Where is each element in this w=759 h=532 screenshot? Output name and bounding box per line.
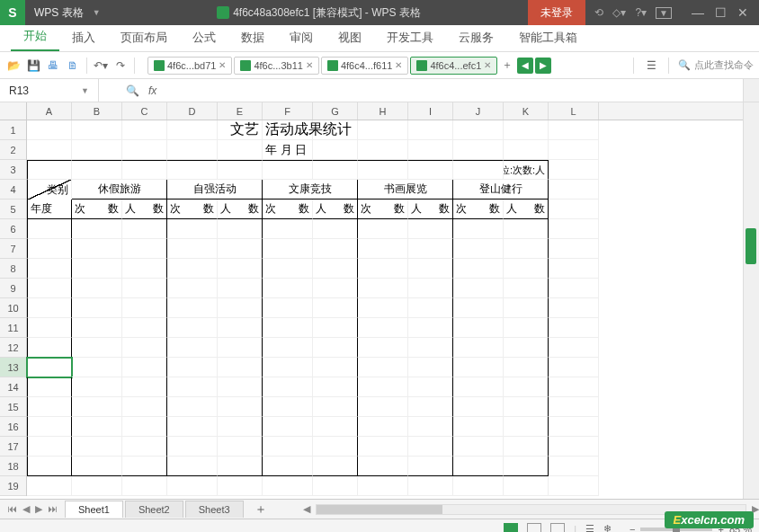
add-sheet-button[interactable]: ＋ bbox=[246, 501, 276, 518]
vertical-scrollbar[interactable] bbox=[743, 102, 759, 499]
cloud-icon[interactable]: ◇▾ bbox=[612, 6, 626, 19]
menu-review[interactable]: 审阅 bbox=[277, 24, 326, 51]
cell[interactable] bbox=[313, 219, 358, 239]
cell[interactable] bbox=[218, 239, 263, 259]
cell[interactable] bbox=[27, 397, 72, 417]
cell[interactable] bbox=[313, 120, 358, 140]
close-tab-icon[interactable]: ✕ bbox=[484, 60, 491, 70]
cell[interactable] bbox=[122, 457, 167, 476]
undo-icon[interactable]: ↶▾ bbox=[93, 58, 109, 74]
formula-expand[interactable] bbox=[743, 79, 759, 102]
scroll-thumb[interactable] bbox=[746, 228, 756, 264]
menu-cloud[interactable]: 云服务 bbox=[446, 24, 506, 51]
cell[interactable] bbox=[263, 239, 313, 259]
row-header-4[interactable]: 4 bbox=[0, 180, 26, 200]
cell[interactable] bbox=[358, 397, 408, 417]
close-tab-icon[interactable]: ✕ bbox=[306, 60, 313, 70]
cell[interactable]: 类别 bbox=[27, 180, 72, 200]
cell[interactable] bbox=[313, 476, 358, 496]
save-icon[interactable]: 💾 bbox=[25, 58, 41, 74]
cell[interactable] bbox=[504, 120, 549, 140]
cell[interactable] bbox=[358, 338, 408, 358]
cell[interactable] bbox=[408, 120, 453, 140]
cell[interactable] bbox=[263, 298, 313, 318]
row-header-11[interactable]: 11 bbox=[0, 318, 26, 338]
cell[interactable]: 书画展览 bbox=[358, 180, 453, 200]
select-all-corner[interactable] bbox=[0, 102, 27, 120]
cell[interactable] bbox=[313, 417, 358, 437]
close-tab-icon[interactable]: ✕ bbox=[219, 60, 226, 70]
cell[interactable]: 自强活动 bbox=[167, 180, 263, 200]
cell[interactable] bbox=[549, 120, 599, 140]
cell[interactable] bbox=[358, 259, 408, 279]
cell[interactable] bbox=[549, 358, 599, 377]
cell[interactable] bbox=[453, 219, 504, 239]
cell[interactable] bbox=[358, 358, 408, 377]
freeze-icon[interactable]: ❄ bbox=[603, 523, 612, 532]
cell[interactable] bbox=[218, 259, 263, 279]
cell[interactable] bbox=[453, 338, 504, 358]
cell[interactable] bbox=[167, 437, 218, 457]
cell[interactable] bbox=[263, 279, 313, 298]
cell[interactable] bbox=[122, 437, 167, 457]
settings-icon[interactable]: ☰ bbox=[643, 58, 659, 74]
cell[interactable]: 人数 bbox=[408, 200, 453, 219]
cell[interactable] bbox=[453, 397, 504, 417]
cell[interactable] bbox=[313, 437, 358, 457]
col-header-J[interactable]: J bbox=[453, 102, 504, 120]
cell[interactable] bbox=[504, 476, 549, 496]
cell[interactable] bbox=[358, 140, 408, 160]
cell[interactable] bbox=[167, 476, 218, 496]
fx-label[interactable]: fx bbox=[148, 84, 156, 97]
new-tab-icon[interactable]: ＋ bbox=[499, 58, 515, 74]
cell[interactable] bbox=[313, 239, 358, 259]
cell[interactable] bbox=[122, 219, 167, 239]
cell[interactable] bbox=[408, 140, 453, 160]
col-header-I[interactable]: I bbox=[408, 102, 453, 120]
row-header-8[interactable]: 8 bbox=[0, 259, 26, 279]
print-preview-icon[interactable]: 🗎 bbox=[65, 58, 81, 74]
col-header-D[interactable]: D bbox=[167, 102, 218, 120]
cell[interactable] bbox=[408, 298, 453, 318]
zoom-out-button[interactable]: − bbox=[630, 524, 635, 533]
app-menu-dropdown[interactable]: ▼ bbox=[93, 8, 110, 17]
cell[interactable] bbox=[453, 259, 504, 279]
cell[interactable] bbox=[122, 338, 167, 358]
row-header-7[interactable]: 7 bbox=[0, 239, 26, 259]
cell[interactable]: 单位:次数:人 bbox=[504, 160, 549, 180]
cell[interactable] bbox=[313, 397, 358, 417]
cell[interactable]: 休假旅游 bbox=[72, 180, 167, 200]
row-header-12[interactable]: 12 bbox=[0, 338, 26, 358]
doc-tab-0[interactable]: 4f6c...bd71✕ bbox=[147, 57, 232, 75]
close-tab-icon[interactable]: ✕ bbox=[395, 60, 402, 70]
cell[interactable] bbox=[72, 279, 122, 298]
cell[interactable] bbox=[549, 377, 599, 397]
sheet-tab-2[interactable]: Sheet2 bbox=[125, 501, 183, 518]
cell[interactable] bbox=[72, 239, 122, 259]
sheet-tab-1[interactable]: Sheet1 bbox=[65, 501, 123, 518]
cell[interactable] bbox=[408, 377, 453, 397]
cell[interactable] bbox=[72, 338, 122, 358]
cell[interactable] bbox=[167, 279, 218, 298]
cell[interactable] bbox=[313, 377, 358, 397]
cell[interactable] bbox=[549, 259, 599, 279]
cell[interactable] bbox=[72, 476, 122, 496]
cell[interactable] bbox=[72, 160, 122, 180]
cell[interactable] bbox=[358, 476, 408, 496]
cell[interactable] bbox=[263, 476, 313, 496]
cell[interactable] bbox=[549, 200, 599, 219]
cell[interactable] bbox=[504, 437, 549, 457]
col-header-C[interactable]: C bbox=[122, 102, 167, 120]
cell[interactable] bbox=[313, 140, 358, 160]
cell[interactable] bbox=[408, 259, 453, 279]
col-header-G[interactable]: G bbox=[313, 102, 358, 120]
cell[interactable]: 次数 bbox=[167, 200, 218, 219]
cell[interactable] bbox=[313, 279, 358, 298]
cell[interactable] bbox=[72, 437, 122, 457]
cell[interactable] bbox=[549, 457, 599, 476]
sheet-tab-3[interactable]: Sheet3 bbox=[185, 501, 244, 518]
name-box-dropdown-icon[interactable]: ▼ bbox=[81, 86, 89, 95]
doc-tab-1[interactable]: 4f6c...3b11✕ bbox=[234, 57, 318, 75]
row-header-6[interactable]: 6 bbox=[0, 219, 26, 239]
cell[interactable] bbox=[122, 160, 167, 180]
